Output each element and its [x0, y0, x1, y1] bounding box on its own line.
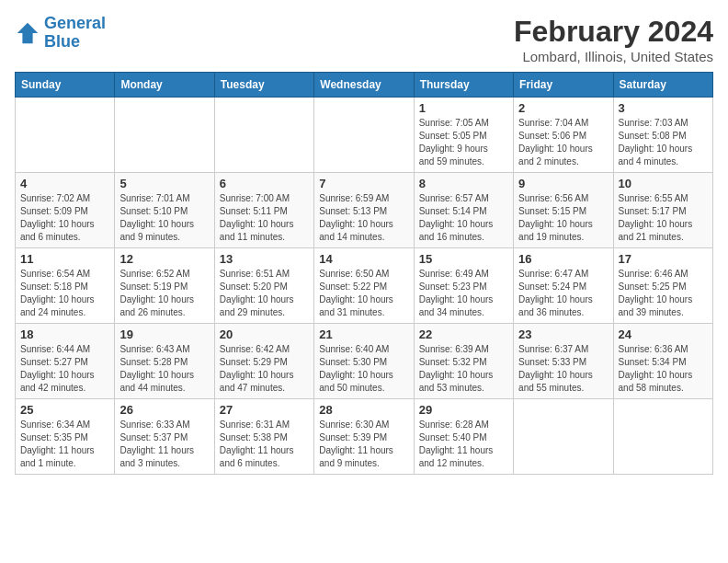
day-number: 8 [419, 177, 508, 190]
calendar-cell: 16Sunrise: 6:47 AMSunset: 5:24 PMDayligh… [514, 248, 613, 324]
calendar-cell: 4Sunrise: 7:02 AMSunset: 5:09 PMDaylight… [16, 173, 115, 248]
calendar-cell: 15Sunrise: 6:49 AMSunset: 5:23 PMDayligh… [414, 248, 513, 324]
day-number: 4 [20, 177, 109, 190]
calendar-cell: 13Sunrise: 6:51 AMSunset: 5:20 PMDayligh… [214, 248, 313, 324]
calendar-cell: 25Sunrise: 6:34 AMSunset: 5:35 PMDayligh… [16, 399, 115, 475]
weekday-header-saturday: Saturday [613, 73, 712, 98]
main-title: February 2024 [514, 15, 713, 49]
day-info: Sunrise: 6:55 AMSunset: 5:17 PMDaylight:… [619, 192, 708, 244]
day-number: 29 [419, 403, 508, 417]
calendar-cell: 12Sunrise: 6:52 AMSunset: 5:19 PMDayligh… [115, 248, 214, 324]
day-info: Sunrise: 7:01 AMSunset: 5:10 PMDaylight:… [119, 192, 209, 244]
weekday-header-thursday: Thursday [414, 73, 513, 98]
calendar-cell: 8Sunrise: 6:57 AMSunset: 5:14 PMDaylight… [414, 173, 513, 248]
day-number: 25 [20, 403, 109, 417]
day-number: 14 [319, 252, 408, 266]
day-info: Sunrise: 6:57 AMSunset: 5:14 PMDaylight:… [419, 192, 508, 244]
day-number: 20 [220, 327, 309, 341]
calendar-week-0: 1Sunrise: 7:05 AMSunset: 5:05 PMDaylight… [16, 98, 713, 173]
logo-icon [15, 20, 40, 46]
day-number: 12 [119, 252, 209, 266]
calendar-cell: 29Sunrise: 6:28 AMSunset: 5:40 PMDayligh… [414, 399, 513, 475]
day-number: 6 [220, 177, 309, 190]
calendar-cell [613, 399, 712, 475]
weekday-header-wednesday: Wednesday [314, 73, 414, 98]
calendar-body: 1Sunrise: 7:05 AMSunset: 5:05 PMDaylight… [16, 98, 713, 475]
day-info: Sunrise: 7:04 AMSunset: 5:06 PMDaylight:… [518, 117, 608, 168]
calendar-cell: 11Sunrise: 6:54 AMSunset: 5:18 PMDayligh… [16, 248, 115, 324]
day-number: 2 [518, 101, 608, 115]
weekday-header-monday: Monday [115, 73, 214, 98]
calendar-cell: 21Sunrise: 6:40 AMSunset: 5:30 PMDayligh… [314, 324, 414, 399]
calendar-week-2: 11Sunrise: 6:54 AMSunset: 5:18 PMDayligh… [16, 248, 713, 324]
calendar-cell: 1Sunrise: 7:05 AMSunset: 5:05 PMDaylight… [414, 98, 513, 173]
calendar-cell: 17Sunrise: 6:46 AMSunset: 5:25 PMDayligh… [613, 248, 712, 324]
calendar-cell: 6Sunrise: 7:00 AMSunset: 5:11 PMDaylight… [214, 173, 313, 248]
day-number: 10 [619, 177, 708, 190]
day-info: Sunrise: 6:30 AMSunset: 5:39 PMDaylight:… [319, 419, 408, 470]
day-number: 19 [119, 327, 209, 341]
subtitle: Lombard, Illinois, United States [514, 49, 713, 64]
day-number: 7 [319, 177, 408, 190]
weekday-header-friday: Friday [514, 73, 613, 98]
calendar-cell [115, 98, 214, 173]
day-number: 17 [619, 252, 708, 266]
day-info: Sunrise: 6:43 AMSunset: 5:28 PMDaylight:… [119, 343, 209, 395]
calendar-cell: 7Sunrise: 6:59 AMSunset: 5:13 PMDaylight… [314, 173, 414, 248]
calendar-cell: 24Sunrise: 6:36 AMSunset: 5:34 PMDayligh… [613, 324, 712, 399]
calendar-cell: 22Sunrise: 6:39 AMSunset: 5:32 PMDayligh… [414, 324, 513, 399]
header: General Blue February 2024 Lombard, Illi… [15, 15, 713, 64]
day-info: Sunrise: 6:47 AMSunset: 5:24 PMDaylight:… [518, 268, 608, 319]
calendar-header: SundayMondayTuesdayWednesdayThursdayFrid… [16, 73, 713, 98]
calendar-cell [514, 399, 613, 475]
day-number: 23 [518, 327, 608, 341]
day-number: 18 [20, 327, 109, 341]
calendar-cell: 28Sunrise: 6:30 AMSunset: 5:39 PMDayligh… [314, 399, 414, 475]
calendar-cell: 3Sunrise: 7:03 AMSunset: 5:08 PMDaylight… [613, 98, 712, 173]
day-info: Sunrise: 7:03 AMSunset: 5:08 PMDaylight:… [619, 117, 708, 168]
title-area: February 2024 Lombard, Illinois, United … [514, 15, 713, 64]
day-info: Sunrise: 6:46 AMSunset: 5:25 PMDaylight:… [619, 268, 708, 319]
day-info: Sunrise: 7:05 AMSunset: 5:05 PMDaylight:… [419, 117, 508, 168]
day-number: 26 [119, 403, 209, 417]
calendar-cell: 5Sunrise: 7:01 AMSunset: 5:10 PMDaylight… [115, 173, 214, 248]
day-number: 24 [619, 327, 708, 341]
calendar-week-1: 4Sunrise: 7:02 AMSunset: 5:09 PMDaylight… [16, 173, 713, 248]
day-number: 9 [518, 177, 608, 190]
calendar-cell: 10Sunrise: 6:55 AMSunset: 5:17 PMDayligh… [613, 173, 712, 248]
day-info: Sunrise: 6:51 AMSunset: 5:20 PMDaylight:… [220, 268, 309, 319]
svg-marker-0 [17, 23, 38, 43]
day-info: Sunrise: 6:44 AMSunset: 5:27 PMDaylight:… [20, 343, 109, 395]
header-row: SundayMondayTuesdayWednesdayThursdayFrid… [16, 73, 713, 98]
calendar-cell: 26Sunrise: 6:33 AMSunset: 5:37 PMDayligh… [115, 399, 214, 475]
day-info: Sunrise: 6:31 AMSunset: 5:38 PMDaylight:… [220, 419, 309, 470]
day-number: 21 [319, 327, 408, 341]
day-number: 16 [518, 252, 608, 266]
calendar-cell [314, 98, 414, 173]
calendar-week-4: 25Sunrise: 6:34 AMSunset: 5:35 PMDayligh… [16, 399, 713, 475]
calendar-cell: 9Sunrise: 6:56 AMSunset: 5:15 PMDaylight… [514, 173, 613, 248]
calendar-cell: 20Sunrise: 6:42 AMSunset: 5:29 PMDayligh… [214, 324, 313, 399]
day-info: Sunrise: 6:36 AMSunset: 5:34 PMDaylight:… [619, 343, 708, 395]
day-info: Sunrise: 6:40 AMSunset: 5:30 PMDaylight:… [319, 343, 408, 395]
day-info: Sunrise: 6:28 AMSunset: 5:40 PMDaylight:… [419, 419, 508, 470]
calendar-cell: 2Sunrise: 7:04 AMSunset: 5:06 PMDaylight… [514, 98, 613, 173]
calendar-table: SundayMondayTuesdayWednesdayThursdayFrid… [15, 72, 713, 475]
day-info: Sunrise: 6:52 AMSunset: 5:19 PMDaylight:… [119, 268, 209, 319]
day-number: 11 [20, 252, 109, 266]
day-info: Sunrise: 6:49 AMSunset: 5:23 PMDaylight:… [419, 268, 508, 319]
day-info: Sunrise: 6:37 AMSunset: 5:33 PMDaylight:… [518, 343, 608, 395]
day-info: Sunrise: 6:34 AMSunset: 5:35 PMDaylight:… [20, 419, 109, 470]
day-number: 15 [419, 252, 508, 266]
calendar-cell: 14Sunrise: 6:50 AMSunset: 5:22 PMDayligh… [314, 248, 414, 324]
calendar-cell: 19Sunrise: 6:43 AMSunset: 5:28 PMDayligh… [115, 324, 214, 399]
logo: General Blue [15, 15, 106, 52]
calendar-cell [214, 98, 313, 173]
day-number: 1 [419, 101, 508, 115]
day-info: Sunrise: 6:42 AMSunset: 5:29 PMDaylight:… [220, 343, 309, 395]
logo-line1: General [44, 14, 106, 32]
day-info: Sunrise: 6:56 AMSunset: 5:15 PMDaylight:… [518, 192, 608, 244]
day-info: Sunrise: 6:39 AMSunset: 5:32 PMDaylight:… [419, 343, 508, 395]
day-number: 22 [419, 327, 508, 341]
calendar-cell: 18Sunrise: 6:44 AMSunset: 5:27 PMDayligh… [16, 324, 115, 399]
